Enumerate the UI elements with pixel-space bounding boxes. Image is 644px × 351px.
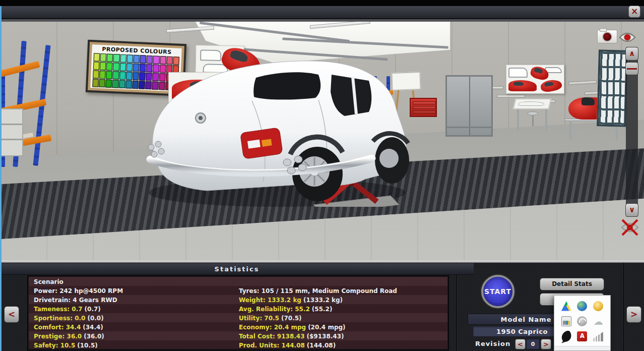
page-left-button[interactable]: <: [4, 306, 19, 323]
cloud-icon[interactable]: ☁: [593, 316, 603, 326]
stat-line: Power: 242 hp@4500 RPM: [34, 287, 125, 297]
stats-left-column: Scenario Power: 242 hp@4500 RPM Drivetra…: [34, 278, 125, 351]
table-leg: [545, 109, 547, 131]
stat-line: Prod. Units: 144.08(144.08): [239, 342, 399, 351]
red-toolbox: [410, 98, 437, 117]
stat-line: Tyres: 105 / 115 mm, Medium Compound Roa…: [239, 287, 399, 297]
colour-swatch: [106, 71, 112, 79]
stat-line: Total Cost: 9138.43($9138.43): [239, 333, 399, 342]
media-player-icon[interactable]: [561, 316, 571, 326]
statistics-header: Statistics: [0, 263, 474, 275]
panel-top-edge: [0, 261, 644, 263]
colour-swatch: [99, 79, 105, 88]
drafting-table: [512, 98, 551, 109]
stat-line: Weight: 1333.2 kg(1333.2 kg): [239, 297, 399, 306]
stats-right-column: Tyres: 105 / 115 mm, Medium Compound Roa…: [239, 278, 399, 351]
panel-seam: [456, 263, 457, 351]
colour-swatch: [120, 54, 126, 63]
table-leg: [517, 109, 519, 131]
colour-swatch: [92, 79, 99, 87]
colour-swatch: [125, 80, 132, 89]
tail-light: [240, 128, 283, 159]
colour-swatch: [119, 72, 126, 80]
stat-line: [239, 278, 399, 287]
metal-door: [445, 75, 493, 137]
colour-swatch: [113, 54, 120, 63]
colour-swatch: [126, 63, 133, 72]
revision-value: 0: [526, 339, 540, 349]
colour-swatch: [112, 71, 119, 80]
visibility-eye-icon[interactable]: [618, 31, 636, 43]
start-button[interactable]: START: [481, 275, 514, 308]
garage-viewport: PROPOSED COLOURS: [0, 19, 644, 261]
screenshot-camera-icon[interactable]: [597, 30, 617, 43]
titlebar: ×: [0, 6, 644, 19]
colour-swatch: [112, 80, 119, 88]
barred-window: [597, 49, 628, 127]
colour-swatch: [119, 63, 126, 72]
revision-next-button[interactable]: >: [541, 339, 551, 349]
bottom-panel: Statistics Scenario Power: 242 hp@4500 R…: [0, 261, 644, 351]
top-black-strip: [0, 0, 644, 6]
pdf-reader-icon[interactable]: A: [577, 331, 587, 341]
stat-line: Comfort: 34.4(34.4): [34, 324, 125, 333]
close-button[interactable]: ×: [628, 6, 640, 18]
colour-swatch: [99, 71, 106, 79]
revision-prev-button[interactable]: <: [515, 339, 526, 349]
globe-icon[interactable]: [577, 301, 587, 311]
colour-swatch: [94, 53, 100, 62]
colour-swatch: [107, 53, 113, 62]
bird-icon[interactable]: [560, 330, 572, 342]
colour-swatch: [119, 80, 125, 89]
stat-line: Tameness: 0.7(0.7): [34, 306, 125, 315]
scroll-up-button[interactable]: ∧: [625, 47, 638, 61]
revision-label: Revision: [475, 340, 510, 347]
app-window: ×: [0, 0, 644, 351]
red-car-poster: [506, 65, 564, 94]
stat-line: Scenario: [34, 278, 125, 287]
stat-line: Safety: 10.5(10.5): [34, 342, 125, 351]
stat-line: Sportiness: 0.0(0.0): [34, 315, 125, 324]
table-leg: [569, 121, 571, 140]
swirl-icon[interactable]: [577, 316, 587, 326]
left-edge-highlight: [0, 6, 2, 351]
colour-swatch: [106, 79, 112, 88]
panel-seam: [623, 263, 624, 351]
wall-light-strip: [497, 95, 525, 98]
signal-bars-icon[interactable]: [593, 331, 603, 341]
colour-swatch: [126, 54, 133, 63]
colour-swatch: [113, 63, 119, 71]
tray-overflow-popup: ☁ A: [554, 295, 611, 351]
stat-line: Economy: 20.4 mpg(20.4 mpg): [239, 324, 399, 333]
hide-eye-icon[interactable]: [619, 217, 640, 238]
colour-swatch: [93, 70, 99, 79]
white-car: [136, 55, 411, 207]
stat-line: Prestige: 36.0(36.0): [34, 333, 125, 342]
colour-swatch: [126, 72, 133, 80]
tray-icon-grid: ☁ A: [554, 296, 610, 344]
stat-line: Drivetrain: 4 Gears RWD: [34, 297, 125, 306]
page-right-button[interactable]: >: [626, 306, 641, 323]
tray-popup-footer: [554, 346, 610, 350]
scroll-thumb[interactable]: [625, 62, 638, 75]
colour-swatch: [100, 62, 106, 71]
stool-pole: [532, 115, 534, 126]
stat-line: Avg. Reliability: 55.2(55.2): [239, 306, 399, 315]
gold-user-icon[interactable]: [593, 301, 603, 311]
colour-swatch: [106, 62, 113, 71]
scroll-down-button[interactable]: ∨: [625, 203, 638, 217]
stat-line: Utility: 70.5(70.5): [239, 315, 399, 324]
colour-swatch: [100, 53, 107, 62]
detail-stats-button[interactable]: Detail Stats: [540, 278, 604, 290]
google-drive-icon[interactable]: [561, 301, 571, 311]
statistics-box: Scenario Power: 242 hp@4500 RPM Drivetra…: [28, 276, 448, 350]
colour-swatch: [93, 62, 100, 70]
white-shelf: [0, 108, 23, 156]
statistics-title: Statistics: [0, 263, 474, 275]
